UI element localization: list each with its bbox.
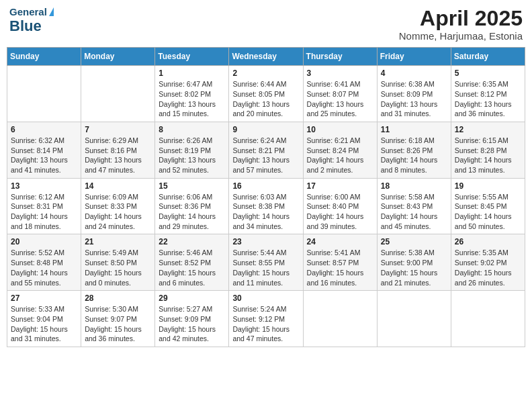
calendar-cell: 24Sunrise: 5:41 AMSunset: 8:57 PMDayligh… [303,234,377,291]
day-info: Sunrise: 6:41 AMSunset: 8:07 PMDaylight:… [307,79,373,119]
calendar-cell [377,291,451,347]
day-info: Sunrise: 6:21 AMSunset: 8:24 PMDaylight:… [307,136,373,175]
day-number: 19 [455,181,521,191]
calendar-cell: 19Sunrise: 5:55 AMSunset: 8:45 PMDayligh… [451,178,525,234]
day-number: 12 [455,125,521,134]
calendar-cell [451,291,525,347]
day-info: Sunrise: 5:30 AMSunset: 9:07 PMDaylight:… [85,304,151,344]
day-info: Sunrise: 6:12 AMSunset: 8:31 PMDaylight:… [11,192,77,232]
calendar-cell: 4Sunrise: 6:38 AMSunset: 8:09 PMDaylight… [377,66,451,122]
day-number: 21 [85,237,151,246]
day-info: Sunrise: 5:35 AMSunset: 9:02 PMDaylight:… [455,248,521,287]
calendar-cell: 15Sunrise: 6:06 AMSunset: 8:36 PMDayligh… [155,178,229,234]
day-number: 14 [85,181,151,191]
day-info: Sunrise: 6:18 AMSunset: 8:26 PMDaylight:… [381,136,447,175]
day-info: Sunrise: 6:29 AMSunset: 8:16 PMDaylight:… [85,136,151,175]
weekday-header-monday: Monday [81,48,155,66]
calendar-cell: 5Sunrise: 6:35 AMSunset: 8:12 PMDaylight… [451,66,525,122]
day-info: Sunrise: 5:44 AMSunset: 8:55 PMDaylight:… [232,248,299,287]
day-number: 22 [159,237,225,246]
calendar-cell: 27Sunrise: 5:33 AMSunset: 9:04 PMDayligh… [7,291,81,347]
day-info: Sunrise: 6:32 AMSunset: 8:14 PMDaylight:… [11,136,77,175]
weekday-header-thursday: Thursday [303,48,377,66]
weekday-header-saturday: Saturday [451,48,525,66]
weekday-header-tuesday: Tuesday [155,48,229,66]
day-number: 3 [307,68,373,78]
calendar-cell: 28Sunrise: 5:30 AMSunset: 9:07 PMDayligh… [81,291,155,347]
calendar-cell: 22Sunrise: 5:46 AMSunset: 8:52 PMDayligh… [155,234,229,291]
day-info: Sunrise: 6:06 AMSunset: 8:36 PMDaylight:… [159,192,225,232]
day-number: 17 [307,181,373,191]
calendar-cell: 7Sunrise: 6:29 AMSunset: 8:16 PMDaylight… [81,122,155,178]
week-row-5: 27Sunrise: 5:33 AMSunset: 9:04 PMDayligh… [7,291,525,347]
day-info: Sunrise: 5:46 AMSunset: 8:52 PMDaylight:… [159,248,225,287]
calendar-subtitle: Nomme, Harjumaa, Estonia [399,30,523,42]
day-info: Sunrise: 5:33 AMSunset: 9:04 PMDaylight:… [11,304,77,344]
day-info: Sunrise: 5:41 AMSunset: 8:57 PMDaylight:… [307,248,373,287]
calendar-cell: 3Sunrise: 6:41 AMSunset: 8:07 PMDaylight… [303,66,377,122]
day-number: 27 [11,293,77,303]
day-number: 28 [85,293,151,303]
week-row-4: 20Sunrise: 5:52 AMSunset: 8:48 PMDayligh… [7,234,525,291]
calendar-cell: 30Sunrise: 5:24 AMSunset: 9:12 PMDayligh… [229,291,303,347]
calendar-cell [7,66,81,122]
week-row-2: 6Sunrise: 6:32 AMSunset: 8:14 PMDaylight… [7,122,525,178]
calendar-cell: 1Sunrise: 6:47 AMSunset: 8:02 PMDaylight… [155,66,229,122]
day-number: 25 [381,237,447,246]
day-info: Sunrise: 5:38 AMSunset: 9:00 PMDaylight:… [381,248,447,287]
day-number: 29 [159,293,225,303]
day-number: 5 [455,68,521,78]
calendar-cell: 17Sunrise: 6:00 AMSunset: 8:40 PMDayligh… [303,178,377,234]
day-info: Sunrise: 6:24 AMSunset: 8:21 PMDaylight:… [232,136,299,175]
calendar-cell: 20Sunrise: 5:52 AMSunset: 8:48 PMDayligh… [7,234,81,291]
day-number: 2 [232,68,299,78]
calendar-cell [303,291,377,347]
day-number: 26 [455,237,521,246]
week-row-3: 13Sunrise: 6:12 AMSunset: 8:31 PMDayligh… [7,178,525,234]
calendar-cell: 10Sunrise: 6:21 AMSunset: 8:24 PMDayligh… [303,122,377,178]
day-info: Sunrise: 6:15 AMSunset: 8:28 PMDaylight:… [455,136,521,175]
calendar-cell [81,66,155,122]
day-number: 1 [159,68,225,78]
day-number: 16 [232,181,299,191]
day-number: 11 [381,125,447,134]
calendar-cell: 14Sunrise: 6:09 AMSunset: 8:33 PMDayligh… [81,178,155,234]
day-info: Sunrise: 5:27 AMSunset: 9:09 PMDaylight:… [159,304,225,344]
day-number: 23 [232,237,299,246]
page-header: General Blue April 2025 Nomme, Harjumaa,… [7,7,525,42]
calendar-cell: 13Sunrise: 6:12 AMSunset: 8:31 PMDayligh… [7,178,81,234]
calendar-cell: 8Sunrise: 6:26 AMSunset: 8:19 PMDaylight… [155,122,229,178]
calendar-cell: 9Sunrise: 6:24 AMSunset: 8:21 PMDaylight… [229,122,303,178]
calendar-cell: 26Sunrise: 5:35 AMSunset: 9:02 PMDayligh… [451,234,525,291]
logo-blue: Blue [9,17,42,34]
day-number: 8 [159,125,225,134]
day-number: 18 [381,181,447,191]
day-number: 6 [11,125,77,134]
logo-general: General [9,7,47,18]
calendar-cell: 2Sunrise: 6:44 AMSunset: 8:05 PMDaylight… [229,66,303,122]
day-number: 13 [11,181,77,191]
day-number: 10 [307,125,373,134]
title-block: April 2025 Nomme, Harjumaa, Estonia [399,7,523,42]
day-info: Sunrise: 5:52 AMSunset: 8:48 PMDaylight:… [11,248,77,287]
day-info: Sunrise: 5:55 AMSunset: 8:45 PMDaylight:… [455,192,521,232]
day-number: 7 [85,125,151,134]
day-info: Sunrise: 6:35 AMSunset: 8:12 PMDaylight:… [455,79,521,119]
calendar-title: April 2025 [399,7,523,30]
weekday-header-sunday: Sunday [7,48,81,66]
weekday-header-friday: Friday [377,48,451,66]
day-info: Sunrise: 5:49 AMSunset: 8:50 PMDaylight:… [85,248,151,287]
calendar-cell: 6Sunrise: 6:32 AMSunset: 8:14 PMDaylight… [7,122,81,178]
day-info: Sunrise: 6:00 AMSunset: 8:40 PMDaylight:… [307,192,373,232]
day-info: Sunrise: 6:44 AMSunset: 8:05 PMDaylight:… [232,79,299,119]
day-info: Sunrise: 6:03 AMSunset: 8:38 PMDaylight:… [232,192,299,232]
day-info: Sunrise: 5:58 AMSunset: 8:43 PMDaylight:… [381,192,447,232]
calendar-cell: 16Sunrise: 6:03 AMSunset: 8:38 PMDayligh… [229,178,303,234]
calendar-cell: 23Sunrise: 5:44 AMSunset: 8:55 PMDayligh… [229,234,303,291]
calendar-table: SundayMondayTuesdayWednesdayThursdayFrid… [7,47,525,347]
day-info: Sunrise: 6:09 AMSunset: 8:33 PMDaylight:… [85,192,151,232]
calendar-cell: 21Sunrise: 5:49 AMSunset: 8:50 PMDayligh… [81,234,155,291]
logo: General Blue [9,7,54,34]
calendar-cell: 12Sunrise: 6:15 AMSunset: 8:28 PMDayligh… [451,122,525,178]
day-info: Sunrise: 6:47 AMSunset: 8:02 PMDaylight:… [159,79,225,119]
